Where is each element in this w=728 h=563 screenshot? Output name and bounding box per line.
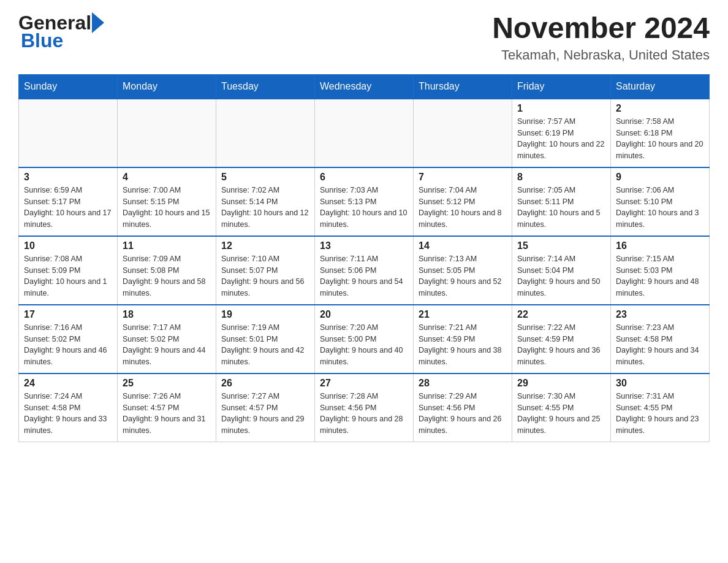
calendar-cell: 15Sunrise: 7:14 AMSunset: 5:04 PMDayligh… xyxy=(512,236,611,305)
day-number: 28 xyxy=(419,378,507,389)
calendar-cell: 17Sunrise: 7:16 AMSunset: 5:02 PMDayligh… xyxy=(19,305,118,373)
calendar-cell: 10Sunrise: 7:08 AMSunset: 5:09 PMDayligh… xyxy=(19,236,118,305)
weekday-header-friday: Friday xyxy=(512,74,611,99)
day-number: 10 xyxy=(24,240,112,251)
day-number: 27 xyxy=(320,378,408,389)
day-info: Sunrise: 7:20 AMSunset: 5:00 PMDaylight:… xyxy=(320,322,408,368)
calendar-cell: 9Sunrise: 7:06 AMSunset: 5:10 PMDaylight… xyxy=(611,167,710,236)
logo-flag-icon xyxy=(92,12,104,33)
calendar-cell: 1Sunrise: 7:57 AMSunset: 6:19 PMDaylight… xyxy=(512,99,611,167)
day-number: 19 xyxy=(221,309,309,320)
calendar-cell xyxy=(19,99,118,167)
day-number: 9 xyxy=(616,172,704,183)
calendar-cell: 3Sunrise: 6:59 AMSunset: 5:17 PMDaylight… xyxy=(19,167,118,236)
calendar-cell xyxy=(118,99,216,167)
calendar-cell: 19Sunrise: 7:19 AMSunset: 5:01 PMDayligh… xyxy=(216,305,315,373)
day-number: 15 xyxy=(517,240,605,251)
calendar-cell: 8Sunrise: 7:05 AMSunset: 5:11 PMDaylight… xyxy=(512,167,611,236)
calendar-cell: 11Sunrise: 7:09 AMSunset: 5:08 PMDayligh… xyxy=(118,236,216,305)
weekday-header-saturday: Saturday xyxy=(611,74,710,99)
calendar-cell: 21Sunrise: 7:21 AMSunset: 4:59 PMDayligh… xyxy=(414,305,512,373)
svg-marker-0 xyxy=(92,12,104,33)
day-number: 20 xyxy=(320,309,408,320)
calendar-week-row: 10Sunrise: 7:08 AMSunset: 5:09 PMDayligh… xyxy=(19,236,710,305)
day-info: Sunrise: 7:00 AMSunset: 5:15 PMDaylight:… xyxy=(123,185,211,231)
calendar-week-row: 17Sunrise: 7:16 AMSunset: 5:02 PMDayligh… xyxy=(19,305,710,373)
calendar-cell: 23Sunrise: 7:23 AMSunset: 4:58 PMDayligh… xyxy=(611,305,710,373)
weekday-header-wednesday: Wednesday xyxy=(315,74,414,99)
calendar-cell: 20Sunrise: 7:20 AMSunset: 5:00 PMDayligh… xyxy=(315,305,414,373)
calendar-cell: 28Sunrise: 7:29 AMSunset: 4:56 PMDayligh… xyxy=(414,373,512,442)
day-info: Sunrise: 7:14 AMSunset: 5:04 PMDaylight:… xyxy=(517,253,605,299)
day-info: Sunrise: 7:11 AMSunset: 5:06 PMDaylight:… xyxy=(320,253,408,299)
logo-blue-text: Blue xyxy=(21,31,63,50)
day-info: Sunrise: 7:31 AMSunset: 4:55 PMDaylight:… xyxy=(616,391,704,437)
day-number: 16 xyxy=(616,240,704,251)
main-title: November 2024 xyxy=(492,12,710,45)
weekday-header-monday: Monday xyxy=(118,74,216,99)
day-info: Sunrise: 6:59 AMSunset: 5:17 PMDaylight:… xyxy=(24,185,112,231)
title-area: November 2024 Tekamah, Nebraska, United … xyxy=(492,12,710,63)
calendar-cell: 2Sunrise: 7:58 AMSunset: 6:18 PMDaylight… xyxy=(611,99,710,167)
day-number: 14 xyxy=(419,240,507,251)
calendar-cell: 4Sunrise: 7:00 AMSunset: 5:15 PMDaylight… xyxy=(118,167,216,236)
day-number: 7 xyxy=(419,172,507,183)
day-number: 8 xyxy=(517,172,605,183)
calendar-cell: 5Sunrise: 7:02 AMSunset: 5:14 PMDaylight… xyxy=(216,167,315,236)
day-info: Sunrise: 7:05 AMSunset: 5:11 PMDaylight:… xyxy=(517,185,605,231)
day-info: Sunrise: 7:06 AMSunset: 5:10 PMDaylight:… xyxy=(616,185,704,231)
calendar-cell: 12Sunrise: 7:10 AMSunset: 5:07 PMDayligh… xyxy=(216,236,315,305)
day-number: 1 xyxy=(517,103,605,114)
weekday-header-thursday: Thursday xyxy=(414,74,512,99)
day-info: Sunrise: 7:24 AMSunset: 4:58 PMDaylight:… xyxy=(24,391,112,437)
calendar-cell: 27Sunrise: 7:28 AMSunset: 4:56 PMDayligh… xyxy=(315,373,414,442)
day-info: Sunrise: 7:22 AMSunset: 4:59 PMDaylight:… xyxy=(517,322,605,368)
calendar-cell: 14Sunrise: 7:13 AMSunset: 5:05 PMDayligh… xyxy=(414,236,512,305)
day-number: 30 xyxy=(616,378,704,389)
day-info: Sunrise: 7:21 AMSunset: 4:59 PMDaylight:… xyxy=(419,322,507,368)
day-info: Sunrise: 7:29 AMSunset: 4:56 PMDaylight:… xyxy=(419,391,507,437)
day-info: Sunrise: 7:03 AMSunset: 5:13 PMDaylight:… xyxy=(320,185,408,231)
calendar-cell: 26Sunrise: 7:27 AMSunset: 4:57 PMDayligh… xyxy=(216,373,315,442)
day-number: 23 xyxy=(616,309,704,320)
day-info: Sunrise: 7:15 AMSunset: 5:03 PMDaylight:… xyxy=(616,253,704,299)
logo: General Blue xyxy=(18,12,105,50)
calendar-cell: 13Sunrise: 7:11 AMSunset: 5:06 PMDayligh… xyxy=(315,236,414,305)
day-info: Sunrise: 7:26 AMSunset: 4:57 PMDaylight:… xyxy=(123,391,211,437)
day-number: 17 xyxy=(24,309,112,320)
calendar-table: SundayMondayTuesdayWednesdayThursdayFrid… xyxy=(18,74,710,442)
day-number: 12 xyxy=(221,240,309,251)
day-number: 26 xyxy=(221,378,309,389)
calendar-header-row: SundayMondayTuesdayWednesdayThursdayFrid… xyxy=(19,74,710,99)
day-number: 25 xyxy=(123,378,211,389)
day-info: Sunrise: 7:17 AMSunset: 5:02 PMDaylight:… xyxy=(123,322,211,368)
calendar-week-row: 24Sunrise: 7:24 AMSunset: 4:58 PMDayligh… xyxy=(19,373,710,442)
day-info: Sunrise: 7:58 AMSunset: 6:18 PMDaylight:… xyxy=(616,116,704,162)
calendar-cell: 16Sunrise: 7:15 AMSunset: 5:03 PMDayligh… xyxy=(611,236,710,305)
calendar-cell: 24Sunrise: 7:24 AMSunset: 4:58 PMDayligh… xyxy=(19,373,118,442)
weekday-header-tuesday: Tuesday xyxy=(216,74,315,99)
day-number: 6 xyxy=(320,172,408,183)
header: General Blue November 2024 Tekamah, Nebr… xyxy=(18,12,710,63)
day-number: 5 xyxy=(221,172,309,183)
day-info: Sunrise: 7:02 AMSunset: 5:14 PMDaylight:… xyxy=(221,185,309,231)
day-number: 2 xyxy=(616,103,704,114)
day-number: 13 xyxy=(320,240,408,251)
day-info: Sunrise: 7:16 AMSunset: 5:02 PMDaylight:… xyxy=(24,322,112,368)
day-number: 29 xyxy=(517,378,605,389)
day-info: Sunrise: 7:57 AMSunset: 6:19 PMDaylight:… xyxy=(517,116,605,162)
calendar-week-row: 1Sunrise: 7:57 AMSunset: 6:19 PMDaylight… xyxy=(19,99,710,167)
calendar-cell: 25Sunrise: 7:26 AMSunset: 4:57 PMDayligh… xyxy=(118,373,216,442)
day-info: Sunrise: 7:13 AMSunset: 5:05 PMDaylight:… xyxy=(419,253,507,299)
calendar-cell: 7Sunrise: 7:04 AMSunset: 5:12 PMDaylight… xyxy=(414,167,512,236)
calendar-cell: 29Sunrise: 7:30 AMSunset: 4:55 PMDayligh… xyxy=(512,373,611,442)
subtitle: Tekamah, Nebraska, United States xyxy=(492,47,710,63)
day-info: Sunrise: 7:10 AMSunset: 5:07 PMDaylight:… xyxy=(221,253,309,299)
day-info: Sunrise: 7:30 AMSunset: 4:55 PMDaylight:… xyxy=(517,391,605,437)
day-number: 21 xyxy=(419,309,507,320)
calendar-cell: 30Sunrise: 7:31 AMSunset: 4:55 PMDayligh… xyxy=(611,373,710,442)
day-number: 3 xyxy=(24,172,112,183)
day-number: 18 xyxy=(123,309,211,320)
day-number: 4 xyxy=(123,172,211,183)
day-info: Sunrise: 7:23 AMSunset: 4:58 PMDaylight:… xyxy=(616,322,704,368)
